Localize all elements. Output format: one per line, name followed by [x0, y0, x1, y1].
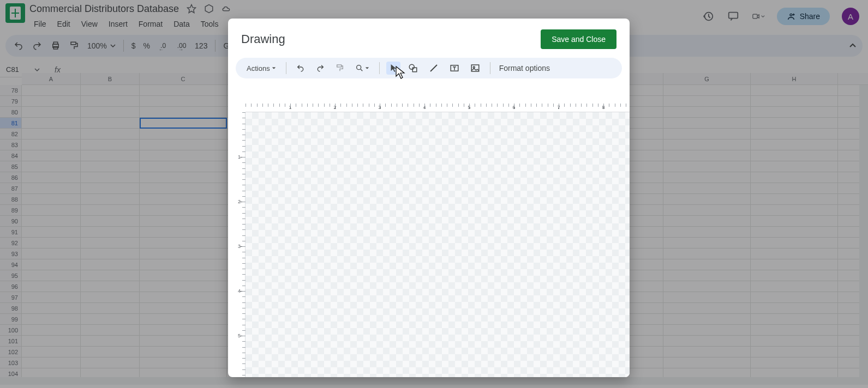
line-tool-icon[interactable]: [426, 61, 442, 75]
save-and-close-button[interactable]: Save and Close: [541, 29, 616, 49]
image-tool-icon[interactable]: [467, 61, 483, 75]
paint-format-icon[interactable]: [332, 62, 348, 75]
drawing-canvas-wrap: 12345678 12345: [236, 104, 630, 377]
select-tool-icon[interactable]: [386, 62, 400, 75]
svg-rect-8: [337, 65, 341, 67]
drawing-modal: Drawing Save and Close Actions: [228, 19, 630, 377]
horizontal-ruler[interactable]: 12345678: [246, 104, 630, 112]
textbox-tool-icon[interactable]: [446, 61, 463, 75]
drawing-toolbar: Actions Format options: [236, 58, 622, 78]
svg-rect-11: [412, 68, 417, 72]
drawing-undo-icon[interactable]: [293, 62, 308, 75]
svg-point-10: [409, 64, 414, 69]
shape-tool-icon[interactable]: [405, 61, 421, 75]
app-root: Commercial Distributors Database Share: [0, 0, 868, 388]
svg-point-9: [356, 65, 361, 70]
svg-rect-13: [471, 65, 479, 71]
drawing-redo-icon[interactable]: [313, 62, 328, 75]
vertical-ruler[interactable]: 12345: [236, 112, 246, 377]
drawing-canvas[interactable]: [246, 112, 630, 377]
svg-point-14: [473, 66, 475, 68]
modal-title: Drawing: [241, 32, 285, 46]
zoom-tool-icon[interactable]: [352, 62, 373, 75]
actions-menu[interactable]: Actions: [243, 62, 279, 75]
format-options-button[interactable]: Format options: [499, 64, 550, 72]
